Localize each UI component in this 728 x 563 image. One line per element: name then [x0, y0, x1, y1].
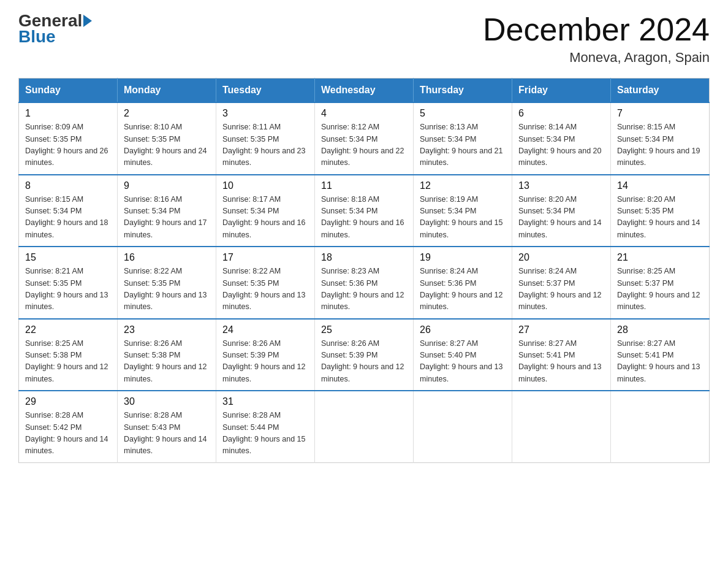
day-info: Sunrise: 8:19 AMSunset: 5:34 PMDaylight:…: [420, 194, 506, 242]
day-info: Sunrise: 8:09 AMSunset: 5:35 PMDaylight:…: [25, 121, 111, 169]
day-info: Sunrise: 8:22 AMSunset: 5:35 PMDaylight:…: [222, 266, 308, 313]
week-row-5: 29Sunrise: 8:28 AMSunset: 5:42 PMDayligh…: [19, 391, 710, 462]
calendar-cell: 3Sunrise: 8:11 AMSunset: 5:35 PMDaylight…: [216, 102, 315, 175]
day-number: 28: [617, 324, 703, 335]
day-info: Sunrise: 8:22 AMSunset: 5:35 PMDaylight:…: [124, 266, 210, 313]
calendar-cell: 6Sunrise: 8:14 AMSunset: 5:34 PMDaylight…: [512, 102, 611, 175]
calendar-cell: 28Sunrise: 8:27 AMSunset: 5:41 PMDayligh…: [611, 319, 710, 391]
day-number: 15: [25, 252, 111, 263]
calendar-cell: 23Sunrise: 8:26 AMSunset: 5:38 PMDayligh…: [118, 319, 216, 391]
day-number: 1: [25, 108, 111, 119]
calendar-cell: 12Sunrise: 8:19 AMSunset: 5:34 PMDayligh…: [414, 175, 512, 247]
day-number: 23: [124, 324, 210, 335]
calendar-cell: 21Sunrise: 8:25 AMSunset: 5:37 PMDayligh…: [611, 247, 710, 319]
calendar-cell: 26Sunrise: 8:27 AMSunset: 5:40 PMDayligh…: [414, 319, 512, 391]
calendar-cell: [315, 391, 414, 462]
day-info: Sunrise: 8:26 AMSunset: 5:39 PMDaylight:…: [321, 338, 407, 386]
day-number: 30: [124, 396, 210, 407]
day-number: 16: [124, 252, 210, 263]
day-info: Sunrise: 8:23 AMSunset: 5:36 PMDaylight:…: [321, 266, 407, 313]
week-row-3: 15Sunrise: 8:21 AMSunset: 5:35 PMDayligh…: [19, 247, 710, 319]
day-number: 14: [617, 180, 703, 191]
day-info: Sunrise: 8:17 AMSunset: 5:34 PMDaylight:…: [222, 194, 308, 242]
day-number: 21: [617, 252, 703, 263]
calendar-cell: 5Sunrise: 8:13 AMSunset: 5:34 PMDaylight…: [414, 102, 512, 175]
calendar-cell: 2Sunrise: 8:10 AMSunset: 5:35 PMDaylight…: [118, 102, 216, 175]
day-number: 24: [222, 324, 308, 335]
day-number: 31: [222, 396, 308, 407]
day-number: 3: [222, 108, 308, 119]
day-info: Sunrise: 8:28 AMSunset: 5:42 PMDaylight:…: [25, 410, 111, 458]
calendar-cell: 16Sunrise: 8:22 AMSunset: 5:35 PMDayligh…: [118, 247, 216, 319]
calendar-cell: 25Sunrise: 8:26 AMSunset: 5:39 PMDayligh…: [315, 319, 414, 391]
day-number: 2: [124, 108, 210, 119]
day-info: Sunrise: 8:25 AMSunset: 5:38 PMDaylight:…: [25, 338, 111, 386]
calendar-cell: 24Sunrise: 8:26 AMSunset: 5:39 PMDayligh…: [216, 319, 315, 391]
day-info: Sunrise: 8:20 AMSunset: 5:35 PMDaylight:…: [617, 194, 703, 242]
calendar-cell: 27Sunrise: 8:27 AMSunset: 5:41 PMDayligh…: [512, 319, 611, 391]
calendar-cell: 19Sunrise: 8:24 AMSunset: 5:36 PMDayligh…: [414, 247, 512, 319]
logo-blue: Blue: [18, 27, 56, 47]
calendar-cell: 1Sunrise: 8:09 AMSunset: 5:35 PMDaylight…: [19, 102, 118, 175]
day-info: Sunrise: 8:27 AMSunset: 5:41 PMDaylight:…: [617, 338, 703, 386]
calendar-cell: [414, 391, 512, 462]
calendar-cell: 30Sunrise: 8:28 AMSunset: 5:43 PMDayligh…: [118, 391, 216, 462]
week-row-1: 1Sunrise: 8:09 AMSunset: 5:35 PMDaylight…: [19, 102, 710, 175]
calendar-cell: 15Sunrise: 8:21 AMSunset: 5:35 PMDayligh…: [19, 247, 118, 319]
weekday-header-monday: Monday: [118, 79, 216, 103]
logo: General Blue: [18, 12, 93, 47]
calendar-cell: 31Sunrise: 8:28 AMSunset: 5:44 PMDayligh…: [216, 391, 315, 462]
calendar-cell: 4Sunrise: 8:12 AMSunset: 5:34 PMDaylight…: [315, 102, 414, 175]
calendar-cell: 14Sunrise: 8:20 AMSunset: 5:35 PMDayligh…: [611, 175, 710, 247]
weekday-header-thursday: Thursday: [414, 79, 512, 103]
day-info: Sunrise: 8:27 AMSunset: 5:41 PMDaylight:…: [518, 338, 604, 386]
day-info: Sunrise: 8:15 AMSunset: 5:34 PMDaylight:…: [617, 121, 703, 169]
day-number: 17: [222, 252, 308, 263]
day-info: Sunrise: 8:10 AMSunset: 5:35 PMDaylight:…: [124, 121, 210, 169]
day-info: Sunrise: 8:15 AMSunset: 5:34 PMDaylight:…: [25, 194, 111, 242]
day-number: 18: [321, 252, 407, 263]
calendar-cell: 29Sunrise: 8:28 AMSunset: 5:42 PMDayligh…: [19, 391, 118, 462]
day-info: Sunrise: 8:16 AMSunset: 5:34 PMDaylight:…: [124, 194, 210, 242]
day-number: 29: [25, 396, 111, 407]
calendar-cell: 7Sunrise: 8:15 AMSunset: 5:34 PMDaylight…: [611, 102, 710, 175]
subtitle: Moneva, Aragon, Spain: [483, 50, 710, 66]
day-info: Sunrise: 8:14 AMSunset: 5:34 PMDaylight:…: [518, 121, 604, 169]
day-info: Sunrise: 8:11 AMSunset: 5:35 PMDaylight:…: [222, 121, 308, 169]
weekday-header-tuesday: Tuesday: [216, 79, 315, 103]
day-number: 19: [420, 252, 506, 263]
day-info: Sunrise: 8:21 AMSunset: 5:35 PMDaylight:…: [25, 266, 111, 313]
day-number: 10: [222, 180, 308, 191]
calendar-cell: 22Sunrise: 8:25 AMSunset: 5:38 PMDayligh…: [19, 319, 118, 391]
day-info: Sunrise: 8:24 AMSunset: 5:36 PMDaylight:…: [420, 266, 506, 313]
calendar-table: SundayMondayTuesdayWednesdayThursdayFrid…: [18, 78, 710, 463]
calendar-cell: 17Sunrise: 8:22 AMSunset: 5:35 PMDayligh…: [216, 247, 315, 319]
day-info: Sunrise: 8:26 AMSunset: 5:38 PMDaylight:…: [124, 338, 210, 386]
week-row-4: 22Sunrise: 8:25 AMSunset: 5:38 PMDayligh…: [19, 319, 710, 391]
calendar-cell: [512, 391, 611, 462]
day-number: 20: [518, 252, 604, 263]
day-info: Sunrise: 8:28 AMSunset: 5:44 PMDaylight:…: [222, 410, 308, 458]
day-info: Sunrise: 8:25 AMSunset: 5:37 PMDaylight:…: [617, 266, 703, 313]
day-info: Sunrise: 8:12 AMSunset: 5:34 PMDaylight:…: [321, 121, 407, 169]
day-info: Sunrise: 8:27 AMSunset: 5:40 PMDaylight:…: [420, 338, 506, 386]
day-number: 4: [321, 108, 407, 119]
day-number: 9: [124, 180, 210, 191]
day-number: 6: [518, 108, 604, 119]
weekday-header-friday: Friday: [512, 79, 611, 103]
day-number: 27: [518, 324, 604, 335]
logo-triangle-icon: [83, 15, 92, 27]
day-info: Sunrise: 8:13 AMSunset: 5:34 PMDaylight:…: [420, 121, 506, 169]
day-number: 12: [420, 180, 506, 191]
calendar-cell: 13Sunrise: 8:20 AMSunset: 5:34 PMDayligh…: [512, 175, 611, 247]
calendar-cell: [611, 391, 710, 462]
calendar-cell: 10Sunrise: 8:17 AMSunset: 5:34 PMDayligh…: [216, 175, 315, 247]
calendar-cell: 8Sunrise: 8:15 AMSunset: 5:34 PMDaylight…: [19, 175, 118, 247]
week-row-2: 8Sunrise: 8:15 AMSunset: 5:34 PMDaylight…: [19, 175, 710, 247]
title-section: December 2024 Moneva, Aragon, Spain: [483, 12, 710, 66]
weekday-header-row: SundayMondayTuesdayWednesdayThursdayFrid…: [19, 79, 710, 103]
day-info: Sunrise: 8:20 AMSunset: 5:34 PMDaylight:…: [518, 194, 604, 242]
calendar-cell: 9Sunrise: 8:16 AMSunset: 5:34 PMDaylight…: [118, 175, 216, 247]
page-title: December 2024: [483, 12, 710, 47]
weekday-header-wednesday: Wednesday: [315, 79, 414, 103]
